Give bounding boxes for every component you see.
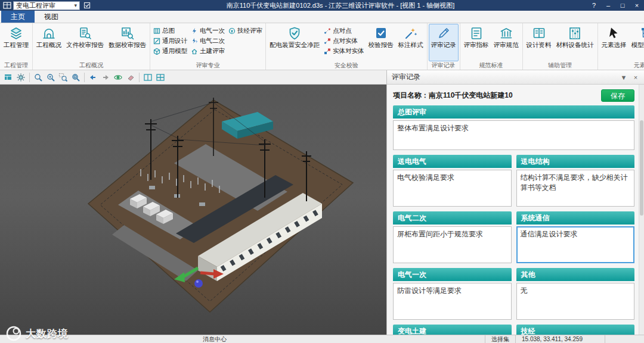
zoom-window-button[interactable] bbox=[57, 71, 69, 83]
ribbon-button-label: 点对点 bbox=[333, 27, 352, 35]
save-button[interactable]: 保存 bbox=[601, 89, 634, 102]
ribbon-button-label: 文件校审报告 bbox=[66, 41, 104, 48]
section-transmission-structure: 送电结构 结构计算不满足要求，缺少相关计算书等文档 bbox=[516, 155, 635, 207]
section-header-tech-economy: 技经 bbox=[516, 325, 635, 335]
section-general-layout: 总图评审 整体布置满足设计要求 bbox=[393, 105, 634, 150]
review-input-general-layout[interactable]: 整体布置满足设计要求 bbox=[393, 120, 634, 150]
panel-title: 评审记录 bbox=[392, 72, 420, 82]
ribbon-group-label: 评审专业 bbox=[151, 61, 264, 70]
ribbon-button-point-to-entity[interactable]: 点对实体 bbox=[322, 36, 366, 46]
ribbon-button-electrical-secondary[interactable]: 电气二次 bbox=[189, 36, 227, 46]
message-center-button[interactable]: 消息中心 bbox=[197, 335, 233, 343]
ribbon-button-label: 材料设备统计 bbox=[556, 41, 594, 48]
status-right-spacer bbox=[605, 335, 644, 343]
panel-collapse-icon[interactable]: ▼ bbox=[619, 74, 628, 81]
viewport-grid-button[interactable] bbox=[154, 71, 166, 83]
toolbar-separator bbox=[29, 73, 30, 82]
watermark: 大数跨境 bbox=[5, 325, 69, 342]
report-check-icon bbox=[374, 26, 388, 40]
panel-close-icon[interactable]: × bbox=[631, 74, 640, 81]
status-bar: 消息中心 选择集 15.038, 33.411, 34.259 bbox=[0, 335, 644, 343]
ribbon-button-general-plan[interactable]: 总图 bbox=[151, 26, 189, 36]
ribbon-button-model-tree[interactable]: 模型结构树 bbox=[629, 24, 644, 61]
selection-set-label: 选择集 bbox=[485, 335, 515, 343]
ribbon-button-review-record[interactable]: 评审记录 bbox=[429, 24, 459, 61]
ribbon-group-safety-check: 配电装置安全净距 点对点 点对实体 实体对实体 bbox=[266, 23, 428, 70]
viewport-3d[interactable] bbox=[0, 85, 386, 335]
ribbon-group-label: 工程概况 bbox=[34, 61, 148, 70]
toolbar-separator bbox=[84, 73, 85, 82]
ribbon-button-label: 电气二次 bbox=[200, 37, 225, 45]
split-viewport-icon bbox=[143, 73, 153, 82]
redo-button[interactable] bbox=[100, 71, 112, 83]
view-manager-button[interactable] bbox=[2, 71, 14, 83]
ribbon-button-electrical-primary[interactable]: 电气一次 bbox=[189, 26, 227, 36]
title-bar: 变电工程评审 ▾ 南京110千伏变电站新建0102.d3s - 江苏三维设计评审… bbox=[0, 0, 644, 11]
ribbon-button-point-to-point[interactable]: 点对点 bbox=[322, 26, 366, 36]
tab-view[interactable]: 视图 bbox=[35, 11, 68, 23]
review-input-transmission-structure[interactable]: 结构计算不满足要求，缺少相关计算书等文档 bbox=[516, 170, 635, 207]
ribbon-group-review-specialty: 总图 通用设计 通用模型 电气一次 bbox=[150, 23, 266, 70]
review-input-transmission-electrical[interactable]: 电气校验满足要求 bbox=[393, 170, 512, 207]
render-settings-button[interactable] bbox=[15, 71, 27, 83]
eraser-button[interactable] bbox=[125, 71, 137, 83]
ribbon-button-label: 通用模型 bbox=[162, 47, 187, 55]
tab-home[interactable]: 主页 bbox=[1, 11, 35, 23]
panel-scrollbar-thumb[interactable] bbox=[640, 120, 643, 216]
point-to-entity-icon bbox=[324, 38, 331, 45]
split-viewport-button[interactable] bbox=[142, 71, 154, 83]
ribbon-button-project-overview[interactable]: 工程概况 bbox=[34, 24, 64, 61]
review-input-other[interactable]: 无 bbox=[516, 283, 635, 320]
review-input-electrical-primary[interactable]: 防雷设计等满足要求 bbox=[393, 283, 512, 320]
ribbon-button-label: 土建评审 bbox=[200, 47, 225, 55]
ribbon-button-review-indicator[interactable]: 评审指标 bbox=[462, 24, 491, 61]
bolt-icon bbox=[191, 27, 198, 35]
ribbon-button-label: 设计资料 bbox=[527, 41, 552, 48]
abacus-icon bbox=[568, 26, 582, 40]
ribbon-button-file-review-report[interactable]: 文件校审报告 bbox=[64, 24, 106, 61]
ribbon-button-general-model[interactable]: 通用模型 bbox=[151, 46, 189, 56]
ribbon-button-entity-to-entity[interactable]: 实体对实体 bbox=[322, 46, 366, 56]
zoom-in-button[interactable] bbox=[45, 71, 57, 83]
ribbon-button-check-report[interactable]: 校验报告 bbox=[366, 24, 396, 61]
app-icon bbox=[3, 2, 11, 9]
ribbon-button-data-review-report[interactable]: 数据校审报告 bbox=[106, 24, 148, 61]
ribbon-button-civil-review[interactable]: 土建评审 bbox=[189, 46, 227, 56]
ribbon-button-review-standard[interactable]: 评审规范 bbox=[491, 24, 521, 61]
help-button[interactable]: ? bbox=[587, 0, 601, 11]
panel-scrollbar[interactable] bbox=[639, 85, 644, 335]
ribbon-button-tech-economy-review[interactable]: 技经评审 bbox=[227, 26, 264, 36]
workspace-selector-value: 变电工程评审 bbox=[16, 1, 55, 10]
ribbon-button-label: 实体对实体 bbox=[333, 47, 364, 55]
house-icon bbox=[191, 48, 198, 55]
section-transmission-electrical: 送电电气 电气校验满足要求 bbox=[393, 155, 512, 207]
sun-icon bbox=[16, 73, 26, 82]
tree-structure-icon bbox=[640, 26, 644, 40]
magic-wand-icon bbox=[404, 26, 418, 40]
undo-button[interactable] bbox=[87, 71, 99, 83]
ribbon-button-general-design[interactable]: 通用设计 bbox=[151, 36, 189, 46]
review-input-system-communication[interactable]: 通信满足设计要求 bbox=[516, 226, 635, 263]
viewport-grid-icon bbox=[156, 73, 165, 82]
ribbon-button-design-data[interactable]: 设计资料 bbox=[524, 24, 554, 61]
minimize-button[interactable]: – bbox=[601, 0, 615, 11]
ribbon-group-label: 辅助管理 bbox=[524, 61, 596, 70]
view-manager-icon bbox=[4, 73, 13, 82]
ribbon-button-material-statistics[interactable]: 材料设备统计 bbox=[554, 24, 596, 61]
ribbon-button-annotation-style[interactable]: 标注样式 bbox=[396, 24, 426, 61]
ribbon-button-project-manage[interactable]: 工程管理 bbox=[1, 24, 31, 61]
ribbon-button-label: 校验报告 bbox=[369, 41, 394, 48]
zoom-extents-button[interactable] bbox=[70, 71, 82, 83]
zoom-button[interactable] bbox=[32, 71, 44, 83]
ribbon-button-clearance-check[interactable]: 配电装置安全净距 bbox=[267, 24, 322, 61]
cursor-coordinates: 15.038, 33.411, 34.259 bbox=[515, 335, 605, 343]
quick-access-icon[interactable] bbox=[83, 2, 91, 9]
workspace-selector[interactable]: 变电工程评审 ▾ bbox=[13, 1, 80, 10]
maximize-button[interactable]: □ bbox=[615, 0, 630, 11]
section-other: 其他 无 bbox=[516, 268, 635, 320]
ribbon-button-element-select[interactable]: 元素选择 bbox=[599, 24, 629, 61]
review-input-electrical-secondary[interactable]: 屏柜布置间距小于规范要求 bbox=[393, 226, 512, 263]
orbit-button[interactable] bbox=[112, 71, 124, 83]
arch-building-icon bbox=[42, 26, 56, 40]
close-button[interactable]: × bbox=[630, 0, 644, 11]
